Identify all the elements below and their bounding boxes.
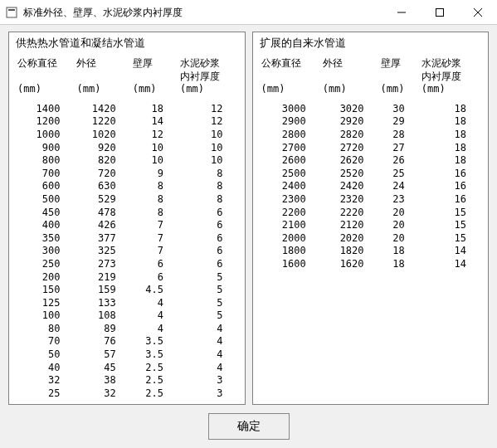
table-cell: 7 [131, 232, 178, 246]
right-header-dn: 公称直径 [260, 57, 321, 83]
table-cell: 2900 [260, 115, 321, 129]
ok-button[interactable]: 确定 [208, 413, 290, 440]
left-panel-title: 供热热水管道和凝结水管道 [16, 36, 238, 51]
title-bar: 标准外径、壁厚、水泥砂浆内衬厚度 [0, 0, 497, 25]
table-cell: 15 [420, 219, 481, 232]
table-cell: 2000 [260, 232, 321, 246]
table-cell: 70 [16, 335, 75, 348]
table-cell: 6 [178, 232, 238, 246]
client-area: 供热热水管道和凝结水管道 公称直径 外径 壁厚 水泥砂浆 内衬厚度 (mm) (… [0, 25, 497, 448]
table-cell: 4 [178, 335, 238, 348]
table-cell: 2500 [260, 168, 321, 181]
table-cell: 12 [178, 115, 238, 129]
table-cell: 4 [131, 309, 178, 323]
table-row: 10010845 [16, 309, 238, 323]
table-cell: 3020 [321, 103, 379, 116]
table-row: 25322.53 [16, 387, 238, 401]
table-row: 50573.54 [16, 348, 238, 362]
table-cell: 20 [379, 207, 420, 220]
table-cell: 2820 [321, 129, 379, 142]
table-cell: 8 [178, 193, 238, 207]
table-row: 40452.54 [16, 362, 238, 375]
table-cell: 27 [379, 142, 420, 155]
table-row: 70072098 [16, 168, 238, 181]
minimize-button[interactable] [382, 0, 421, 25]
table-row: 160016201814 [260, 258, 482, 271]
table-row: 180018201814 [260, 245, 482, 258]
table-row: 12513345 [16, 297, 238, 310]
table-cell: 20 [379, 232, 420, 246]
left-header-row: 公称直径 外径 壁厚 水泥砂浆 内衬厚度 [16, 57, 238, 83]
table-cell: 1020 [75, 129, 130, 142]
table-cell: 8 [131, 193, 178, 207]
table-cell: 2300 [260, 193, 321, 207]
close-button[interactable] [459, 0, 497, 25]
table-cell: 4 [131, 323, 178, 336]
table-cell: 6 [178, 219, 238, 232]
table-cell: 6 [131, 258, 178, 271]
table-cell: 15 [420, 232, 481, 246]
table-cell: 18 [420, 115, 481, 129]
table-row: 50052988 [16, 193, 238, 207]
table-cell: 32 [75, 387, 130, 401]
table-cell: 5 [178, 309, 238, 323]
left-table: 公称直径 外径 壁厚 水泥砂浆 内衬厚度 (mm) (mm) (mm) (mm)… [16, 57, 238, 400]
table-cell: 6 [178, 245, 238, 258]
table-cell: 2600 [260, 154, 321, 168]
table-cell: 2800 [260, 129, 321, 142]
table-cell: 1620 [321, 258, 379, 271]
table-row: 70763.54 [16, 335, 238, 348]
left-unit-dn: (mm) [16, 83, 75, 103]
table-cell: 20 [379, 219, 420, 232]
table-row: 230023202316 [260, 193, 482, 207]
table-row: 300030203018 [260, 103, 482, 116]
table-cell: 9 [131, 168, 178, 181]
table-cell: 3000 [260, 103, 321, 116]
app-icon [5, 6, 18, 19]
left-unit-lt: (mm) [178, 83, 238, 103]
table-cell: 2700 [260, 142, 321, 155]
window-title: 标准外径、壁厚、水泥砂浆内衬厚度 [23, 0, 382, 25]
table-row: 210021202015 [260, 219, 482, 232]
table-cell: 300 [16, 245, 75, 258]
table-cell: 2.5 [131, 362, 178, 375]
table-cell: 450 [16, 207, 75, 220]
table-cell: 1600 [260, 258, 321, 271]
table-row: 1501594.55 [16, 284, 238, 297]
table-row: 25027366 [16, 258, 238, 271]
table-cell: 529 [75, 193, 130, 207]
table-cell: 30 [379, 103, 420, 116]
right-header-lt: 水泥砂浆 内衬厚度 [420, 57, 481, 83]
table-cell: 5 [178, 284, 238, 297]
maximize-button[interactable] [421, 0, 459, 25]
table-cell: 4.5 [131, 284, 178, 297]
left-header-od: 外径 [75, 57, 130, 83]
table-cell: 25 [16, 387, 75, 401]
table-cell: 12 [131, 129, 178, 142]
table-cell: 18 [420, 154, 481, 168]
table-cell: 4 [131, 297, 178, 310]
table-cell: 350 [16, 232, 75, 246]
table-cell: 7 [131, 245, 178, 258]
table-cell: 8 [178, 180, 238, 193]
table-cell: 38 [75, 374, 130, 387]
table-cell: 18 [379, 258, 420, 271]
table-cell: 400 [16, 219, 75, 232]
table-cell: 32 [16, 374, 75, 387]
table-cell: 10 [131, 154, 178, 168]
table-cell: 426 [75, 219, 130, 232]
table-row: 260026202618 [260, 154, 482, 168]
right-table: 公称直径 外径 壁厚 水泥砂浆 内衬厚度 (mm) (mm) (mm) (mm)… [260, 57, 482, 271]
svg-rect-0 [7, 7, 17, 17]
table-cell: 18 [420, 142, 481, 155]
table-cell: 2220 [321, 207, 379, 220]
right-header-wt: 壁厚 [379, 57, 420, 83]
table-cell: 12 [178, 103, 238, 116]
table-row: 120012201412 [16, 115, 238, 129]
table-cell: 108 [75, 309, 130, 323]
table-row: 40042676 [16, 219, 238, 232]
table-cell: 5 [178, 271, 238, 285]
right-header-od: 外径 [321, 57, 379, 83]
table-cell: 2200 [260, 207, 321, 220]
right-unit-od: (mm) [321, 83, 379, 103]
